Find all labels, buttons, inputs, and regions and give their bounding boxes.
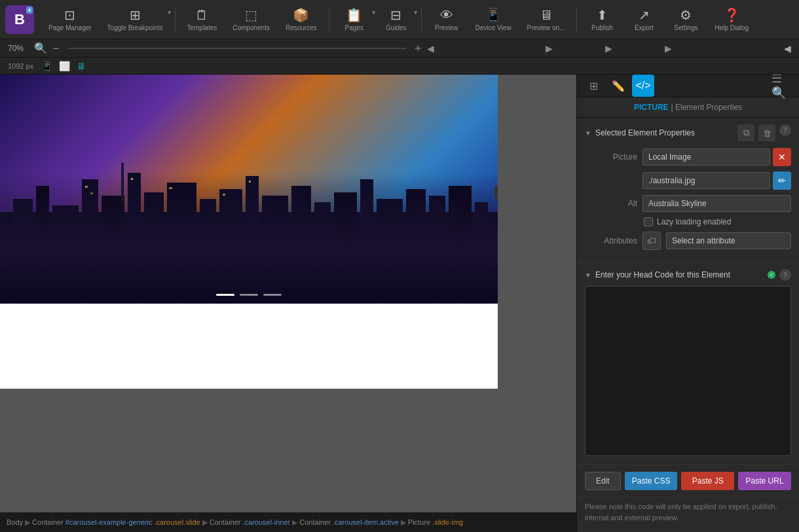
carousel-dot-3[interactable] [263, 294, 282, 296]
breadcrumb-container-3[interactable]: Container [299, 518, 331, 526]
attributes-tag-icon[interactable]: 🏷 [642, 232, 661, 250]
toolbar-resources[interactable]: 📦 Resources [279, 5, 324, 34]
attributes-select[interactable]: Select an attribute [666, 232, 791, 249]
toolbar-help-dialog[interactable]: ❓ Help Dialog [708, 5, 755, 34]
picture-control: Local Image External URL Dynamic ✕ [642, 148, 791, 166]
paste-js-button[interactable]: Paste JS [681, 472, 734, 490]
panel-search-button[interactable]: ☰🔍 [771, 75, 794, 97]
tablet-icon[interactable]: ⬜ [59, 61, 70, 71]
carousel-dot-2[interactable] [240, 294, 258, 296]
toggle-breakpoints-icon: ⊞ [130, 7, 141, 23]
edit-button[interactable]: Edit [585, 472, 621, 490]
toolbar-pages[interactable]: 📋 Pages ▼ [335, 5, 374, 34]
preview-on-icon: 🖥 [540, 8, 553, 23]
section-actions: ⧉ 🗑 ? [737, 124, 791, 141]
breadcrumb-container-1[interactable]: Container [32, 518, 64, 526]
zoom-out-minus[interactable]: − [52, 43, 60, 54]
desktop-icon[interactable]: 🖥 [77, 61, 86, 71]
carousel-dot-1[interactable] [216, 294, 234, 296]
alt-control [642, 195, 791, 212]
guides-icon: ⊟ [390, 7, 401, 23]
toolbar-toggle-breakpoints[interactable]: ⊞ Toggle Breakpoints ▼ [101, 5, 170, 34]
brand-badge: 4 [26, 7, 33, 14]
components-icon: ⬚ [245, 7, 257, 23]
lazy-loading-checkbox[interactable] [644, 217, 653, 226]
paste-url-button[interactable]: Paste URL [738, 472, 791, 490]
nav-arrow-right[interactable]: ◀ [784, 43, 791, 54]
head-code-collapse-arrow[interactable]: ▼ [585, 272, 591, 279]
note-text-content: Please note this code will only be appli… [585, 503, 777, 522]
breadcrumb-carousel-id[interactable]: #carousel-example-generic [65, 518, 153, 526]
alt-input[interactable] [642, 195, 791, 212]
toolbar-export[interactable]: ↗ Export [624, 5, 663, 34]
toolbar-page-manager[interactable]: ⊡ Page Manager [42, 5, 98, 34]
toolbar-publish[interactable]: ⬆ Publish [582, 5, 622, 34]
lazy-loading-label: Lazy loading enabled [657, 217, 731, 226]
file-path-row: ✏ [585, 171, 791, 190]
picture-label: Picture [585, 152, 637, 162]
canvas-area[interactable]: ⠿ [0, 75, 576, 532]
alt-label: Alt [585, 199, 637, 208]
toolbar-preview-on[interactable]: 🖥 Preview on... [521, 5, 572, 34]
duplicate-element-button[interactable]: ⧉ [737, 124, 754, 141]
footer-code-section: ▼ Enter your Footer Code for this Elemen… [577, 529, 799, 532]
brand-logo[interactable]: B 4 [5, 5, 34, 34]
delete-element-button[interactable]: 🗑 [758, 124, 775, 141]
chevron-down-icon: ▼ [167, 10, 172, 16]
page-manager-icon: ⊡ [64, 7, 75, 23]
toolbar-separator-1 [175, 8, 176, 31]
toolbar-templates[interactable]: 🗒 Templates [181, 5, 224, 34]
main-area: ⠿ ⊞ ✏️ </> ☰🔍 PICTURE | Element Properti… [0, 75, 799, 532]
mobile-icon[interactable]: 📱 [41, 61, 52, 71]
collapse-arrow-icon[interactable]: ▼ [585, 130, 591, 137]
breadcrumb-container-2[interactable]: Container [210, 518, 241, 526]
panel-code-view-button[interactable]: </> [632, 75, 654, 97]
code-action-buttons: Edit Paste CSS Paste JS Paste URL [577, 465, 799, 497]
breadcrumb-slide-img[interactable]: .slide-img [432, 518, 463, 526]
nav-arrow-center-right[interactable]: ▶ [665, 43, 672, 54]
panel-title-name: PICTURE [634, 103, 669, 112]
toolbar-components[interactable]: ⬚ Components [226, 5, 276, 34]
section-help-button[interactable]: ? [779, 124, 791, 136]
nav-arrow-left[interactable]: ◀ [427, 43, 434, 54]
nav-arrow-center-left[interactable]: ▶ [546, 43, 553, 54]
resize-handle[interactable]: ⠿ [494, 186, 498, 199]
paste-css-button[interactable]: Paste CSS [625, 472, 678, 490]
head-code-help-button[interactable]: ? [779, 269, 791, 281]
picture-remove-button[interactable]: ✕ [773, 148, 791, 166]
zoom-in-plus[interactable]: + [415, 43, 422, 54]
zoom-out-button[interactable]: 🔍 [34, 43, 47, 54]
breadcrumb-sep-1: ▶ [25, 518, 30, 527]
zoom-timeline [67, 48, 407, 49]
toolbar-preview[interactable]: 👁 Preview [427, 5, 466, 34]
pages-icon: 📋 [346, 7, 362, 23]
picture-row: Picture Local Image External URL Dynamic… [585, 148, 791, 166]
breadcrumb-sep-4: ▶ [401, 518, 406, 527]
breadcrumb-carousel-inner[interactable]: .carousel-inner [243, 518, 291, 526]
picture-type-select[interactable]: Local Image External URL Dynamic [642, 149, 770, 166]
carousel-slide-image[interactable]: ⠿ [0, 75, 498, 304]
publish-icon: ⬆ [597, 7, 608, 23]
breadcrumb-carousel-class[interactable]: .carousel.slide [154, 518, 200, 526]
device-bar: 1092 px 📱 ⬜ 🖥 [0, 58, 799, 75]
nav-arrow-center[interactable]: ▶ [605, 43, 612, 54]
canvas-wrap: ⠿ [0, 75, 576, 389]
toolbar-device-view[interactable]: 📱 Device View [469, 5, 518, 34]
toolbar-guides[interactable]: ⊟ Guides ▼ [377, 5, 416, 34]
breadcrumb-carousel-item[interactable]: .carousel-item.active [333, 518, 399, 526]
breadcrumb-body[interactable]: Body [7, 518, 23, 526]
panel-view-icons: ⊞ ✏️ </> [582, 75, 654, 97]
right-panel: ⊞ ✏️ </> ☰🔍 PICTURE | Element Properties… [576, 75, 799, 532]
file-path-input[interactable] [642, 172, 770, 189]
head-code-textarea[interactable] [585, 286, 791, 456]
canvas-pixel-width: 1092 px [8, 62, 33, 70]
breadcrumb-picture[interactable]: Picture [408, 518, 430, 526]
panel-grid-view-button[interactable]: ⊞ [582, 75, 604, 97]
panel-title-rest: | Element Properties [671, 103, 743, 112]
device-view-icon: 📱 [485, 7, 502, 23]
toolbar-settings[interactable]: ⚙ Settings [666, 5, 705, 34]
panel-edit-view-button[interactable]: ✏️ [607, 75, 629, 97]
file-path-control: ✏ [642, 171, 791, 190]
file-pick-button[interactable]: ✏ [773, 171, 791, 190]
panel-title: PICTURE | Element Properties [577, 98, 799, 118]
